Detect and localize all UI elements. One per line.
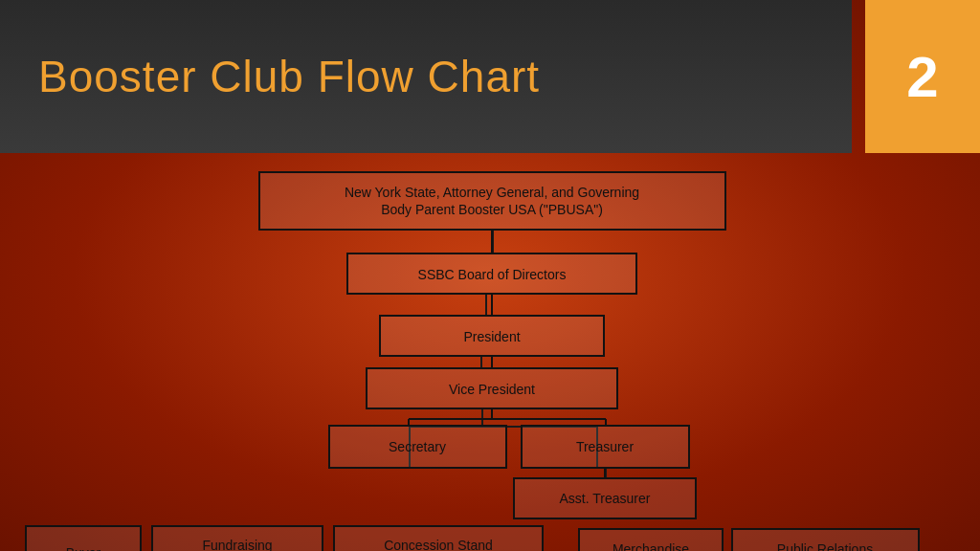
- connector-president-vp: [480, 356, 482, 368]
- page-badge: 2: [865, 0, 980, 153]
- connector-h-sec-treas: [409, 426, 596, 428]
- page-number: 2: [906, 44, 938, 110]
- header: Booster Club Flow Chart: [0, 0, 852, 153]
- connector-treas-asst: [605, 468, 607, 478]
- connector-nys-board: [492, 230, 494, 253]
- page-title: Booster Club Flow Chart: [38, 51, 540, 102]
- connector-board-president: [485, 294, 487, 316]
- chart-area: [0, 153, 980, 551]
- connector-vp-down: [481, 408, 483, 426]
- connector-to-treasurer: [596, 426, 598, 468]
- connector-to-secretary: [409, 426, 411, 468]
